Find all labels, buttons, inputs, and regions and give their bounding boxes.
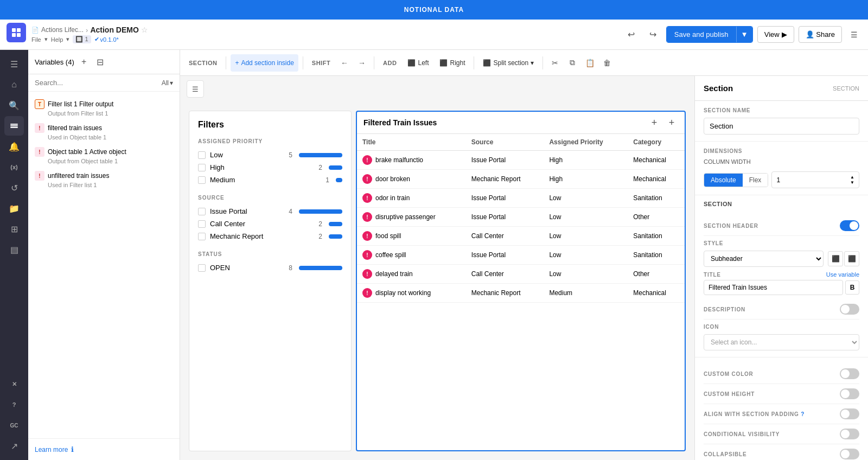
list-item[interactable]: ! filtered train issues Used in Object t…: [28, 120, 180, 144]
svg-rect-4: [10, 124, 18, 125]
canvas-layout-icon[interactable]: ☰: [187, 80, 204, 98]
list-item[interactable]: ! Object table 1 Active object Output fr…: [28, 144, 180, 168]
add-left-button[interactable]: ⬛ Left: [403, 54, 433, 72]
variable-icon-button[interactable]: (x): [4, 157, 24, 177]
share-button[interactable]: 👤 Share: [799, 26, 842, 43]
redo-button[interactable]: ↪: [644, 26, 662, 43]
logo-button[interactable]: [7, 23, 26, 42]
table-row[interactable]: delayed train Call Center Low Other: [357, 265, 685, 284]
all-select[interactable]: All ▾: [162, 79, 173, 87]
stepper-down[interactable]: ▼: [850, 180, 854, 185]
header-left: 📄 Actions Lifec... › Action DEMO ☆ File …: [7, 23, 618, 47]
table-row[interactable]: door broken Mechanic Report High Mechani…: [357, 170, 685, 189]
paste-button[interactable]: 📋: [582, 55, 597, 71]
table-add-right-button[interactable]: +: [665, 116, 678, 129]
filter-checkbox-high[interactable]: [198, 164, 206, 171]
menu-icon-button[interactable]: ☰: [4, 54, 24, 74]
add-variable-button[interactable]: +: [78, 55, 91, 68]
filter-section-title-priority: ASSIGNED PRIORITY: [198, 138, 342, 144]
folder-icon-button[interactable]: 📁: [4, 199, 24, 218]
bold-button[interactable]: B: [845, 280, 859, 295]
number-stepper[interactable]: ▲ ▼: [850, 175, 854, 185]
table-row[interactable]: disruptive passenger Issue Portal Low Ot…: [357, 208, 685, 227]
icon-section: ICON Select an icon...: [704, 324, 859, 350]
dimensions-section: DIMENSIONS COLUMN WIDTH Absolute Flex 1: [695, 142, 868, 195]
filter-label-high: High: [210, 163, 314, 171]
filter-button[interactable]: ⊟: [94, 55, 107, 68]
cell-priority: Low: [544, 246, 628, 265]
red-variable-icon: !: [35, 147, 44, 157]
table-head: Title Source Assigned Priority Category: [357, 134, 685, 151]
description-toggle[interactable]: [840, 304, 859, 315]
filter-checkbox-low[interactable]: [198, 151, 206, 159]
layers-icon-button[interactable]: [4, 116, 24, 136]
save-publish-button[interactable]: Save and publish: [667, 27, 736, 42]
list-item[interactable]: ! unfiltered train issues Used in Filter…: [28, 168, 180, 191]
search-input[interactable]: [35, 79, 158, 87]
history-icon-button[interactable]: ↺: [4, 178, 24, 197]
grid-icon-button[interactable]: ⊞: [4, 219, 24, 239]
add-right-button[interactable]: ⬛ Right: [435, 54, 469, 72]
table-add-left-button[interactable]: +: [648, 116, 661, 129]
align-right-button[interactable]: ⬛: [844, 251, 859, 266]
stepper-up[interactable]: ▲: [850, 175, 854, 180]
filter-checkbox-open[interactable]: [198, 264, 206, 272]
filter-checkbox-mechanic[interactable]: [198, 233, 206, 240]
external-link-icon-button[interactable]: ↗: [4, 436, 24, 456]
variable-sub: Output from Object table 1: [48, 158, 173, 164]
section-name-input[interactable]: [704, 118, 859, 135]
use-variable-link[interactable]: Use variable: [826, 271, 859, 278]
gc-button[interactable]: GC: [4, 416, 24, 435]
absolute-button[interactable]: Absolute: [704, 174, 743, 187]
search-icon-button[interactable]: 🔍: [4, 95, 24, 115]
filter-checkbox-portal[interactable]: [198, 208, 206, 215]
help-icon-button[interactable]: ?: [4, 395, 24, 414]
icon-select[interactable]: Select an icon...: [704, 334, 859, 350]
custom-height-toggle[interactable]: [840, 388, 859, 399]
conditional-visibility-toggle[interactable]: [840, 429, 859, 439]
bell-icon-button[interactable]: 🔔: [4, 137, 24, 156]
list-item[interactable]: T Filter list 1 Filter output Output fro…: [28, 96, 180, 120]
filter-checkbox-callcenter[interactable]: [198, 220, 206, 228]
title-input[interactable]: [704, 280, 843, 295]
table-row[interactable]: coffee spill Issue Portal Low Sanitation: [357, 246, 685, 265]
scissors-button[interactable]: ✂: [547, 55, 563, 71]
database-icon-button[interactable]: ▤: [4, 240, 24, 259]
custom-color-toggle[interactable]: [840, 368, 859, 379]
icon-sidebar-top: ☰ ⌂ 🔍 🔔 (x) ↺ 📁 ⊞ ▤: [4, 54, 24, 372]
flex-button[interactable]: Flex: [743, 174, 768, 187]
shift-left-button[interactable]: ←: [337, 55, 352, 71]
filter-checkbox-medium[interactable]: [198, 176, 206, 184]
cell-source: Mechanic Report: [466, 170, 544, 189]
home-icon-button[interactable]: ⌂: [4, 75, 24, 94]
undo-button[interactable]: ↩: [623, 26, 640, 43]
table-row[interactable]: odor in train Issue Portal Low Sanitatio…: [357, 189, 685, 208]
cell-title: disruptive passenger: [357, 208, 466, 227]
help-menu[interactable]: Help: [51, 36, 63, 43]
table-row[interactable]: display not working Mechanic Report Medi…: [357, 284, 685, 303]
filter-label-medium: Medium: [210, 176, 321, 184]
add-section-inside-button[interactable]: + Add section inside: [231, 54, 298, 72]
save-publish-dropdown[interactable]: ▼: [736, 27, 752, 42]
version-badge: 🔲 1: [73, 35, 91, 43]
breadcrumb-parent[interactable]: Actions Lifec...: [41, 26, 84, 34]
collapsible-toggle[interactable]: [840, 449, 859, 459]
section-header-toggle[interactable]: [840, 220, 859, 231]
style-select[interactable]: Subheader: [704, 251, 824, 267]
table-row[interactable]: food spill Call Center Low Sanitation: [357, 227, 685, 246]
star-icon[interactable]: ☆: [141, 25, 148, 34]
table-row[interactable]: brake malfunctio Issue Portal High Mecha…: [357, 151, 685, 170]
filter-section-status: STATUS OPEN 8: [198, 251, 342, 274]
file-menu[interactable]: File: [31, 36, 41, 43]
delete-button[interactable]: 🗑: [599, 55, 615, 71]
view-button[interactable]: View ▶: [757, 26, 794, 43]
align-padding-toggle[interactable]: [840, 408, 859, 419]
learn-more-link[interactable]: Learn more: [35, 446, 68, 453]
copy-button[interactable]: ⧉: [565, 55, 580, 71]
split-section-button[interactable]: ⬛ Split section ▾: [478, 54, 538, 72]
align-left-button[interactable]: ⬛: [828, 251, 843, 266]
more-options-button[interactable]: ☰: [846, 27, 861, 42]
style-row: Subheader ⬛ ⬛: [704, 251, 859, 267]
sidebar-xd-button[interactable]: ✕: [4, 374, 24, 394]
shift-right-button[interactable]: →: [354, 55, 369, 71]
